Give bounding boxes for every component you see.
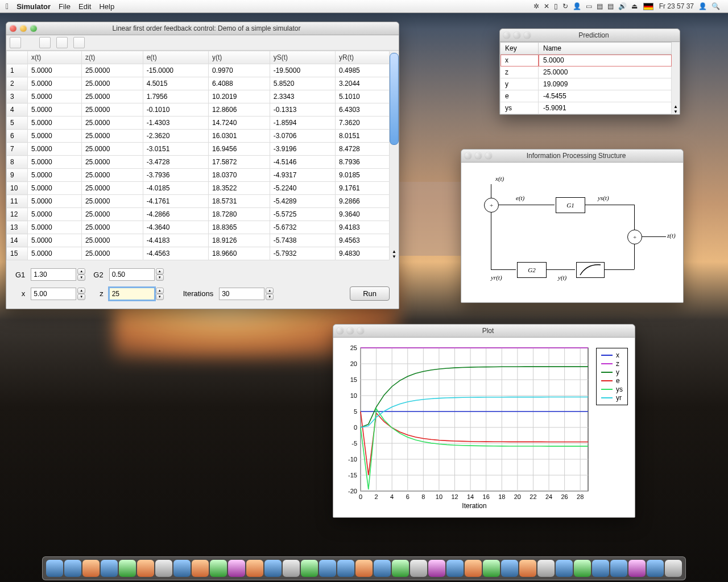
svg-text:20: 20 <box>514 493 521 500</box>
dock-item[interactable] <box>64 560 81 577</box>
dock-item[interactable] <box>119 560 136 577</box>
dock-item[interactable] <box>628 560 646 577</box>
scroll-arrow-down-icon[interactable]: ▼ <box>673 109 678 114</box>
dock-item[interactable] <box>82 560 100 577</box>
svg-text:12: 12 <box>451 493 458 500</box>
menuextra-icon[interactable]: ▯ <box>554 2 558 10</box>
menuextra-icon[interactable]: ✕ <box>544 2 549 10</box>
dock-item[interactable] <box>192 560 209 577</box>
menu-help[interactable]: Help <box>99 2 114 11</box>
user-icon[interactable]: 👤 <box>698 2 707 10</box>
dock-item[interactable] <box>246 560 263 577</box>
dock-item[interactable] <box>319 560 336 577</box>
zoom-icon[interactable] <box>524 32 531 39</box>
dock-item[interactable] <box>519 560 536 577</box>
dock-item[interactable] <box>428 560 445 577</box>
menu-edit[interactable]: Edit <box>78 2 91 11</box>
dock-item[interactable] <box>592 560 609 577</box>
plot-area[interactable]: 0246810121416182022242628-20-15-10-50510… <box>333 338 635 517</box>
dock-item[interactable] <box>173 560 191 577</box>
input-flag-de[interactable] <box>643 3 653 10</box>
app-name[interactable]: Simulator <box>16 2 51 11</box>
minimize-icon[interactable] <box>20 25 27 32</box>
titlebar[interactable]: Plot <box>333 325 635 338</box>
zoom-icon[interactable] <box>357 327 364 334</box>
dock-item[interactable] <box>137 560 154 577</box>
dock[interactable] <box>42 556 686 580</box>
svg-text:15: 15 <box>350 376 357 383</box>
menuextra-icon[interactable]: ▭ <box>586 2 592 10</box>
menubar:  Simulator File Edit Help ✲ ✕ ▯ ↻ 👤 ▭ ▤… <box>0 0 728 13</box>
svg-text:5: 5 <box>354 408 357 415</box>
scroll-arrow-up-icon[interactable]: ▲ <box>392 249 396 254</box>
close-icon[interactable] <box>337 327 344 334</box>
dock-item[interactable] <box>337 560 354 577</box>
dock-item[interactable] <box>228 560 245 577</box>
dock-item[interactable] <box>46 560 63 577</box>
menuextra-icon[interactable]: ▤ <box>607 2 614 10</box>
dock-item[interactable] <box>574 560 591 577</box>
export-icon[interactable] <box>73 37 85 48</box>
close-icon[interactable] <box>503 32 510 39</box>
dock-item[interactable] <box>647 560 664 577</box>
spotlight-icon[interactable]: 🔍 <box>712 2 720 10</box>
zoom-icon[interactable] <box>30 25 37 32</box>
titlebar[interactable]: Linear first order feedback control: Dem… <box>6 22 399 35</box>
svg-text:10: 10 <box>350 392 357 399</box>
z-stepper[interactable]: ▲▼ <box>109 288 166 300</box>
dock-item[interactable] <box>264 560 282 577</box>
dock-item[interactable] <box>483 560 500 577</box>
data-table[interactable]: x(t)z(t)e(t)y(t)yS(t)yR(t)15.000025.0000… <box>6 51 390 260</box>
scroll-arrow-down-icon[interactable]: ▼ <box>392 254 396 259</box>
minimize-icon[interactable] <box>347 327 354 334</box>
g1-block: G1 <box>556 197 585 213</box>
minimize-icon[interactable] <box>514 32 520 39</box>
g2-block: G2 <box>517 262 547 278</box>
menuextra-icon[interactable]: ▤ <box>597 2 603 10</box>
minimize-icon[interactable] <box>475 152 482 159</box>
close-icon[interactable] <box>10 25 16 32</box>
dock-item[interactable] <box>501 560 518 577</box>
g1-stepper[interactable]: ▲▼ <box>31 268 88 281</box>
g2-stepper[interactable]: ▲▼ <box>109 268 166 281</box>
dock-item[interactable] <box>210 560 227 577</box>
menuextra-icon[interactable]: ↻ <box>562 2 568 10</box>
svg-text:14: 14 <box>467 493 474 500</box>
scrollbar-thumb[interactable] <box>390 53 399 145</box>
iterations-stepper[interactable]: ▲▼ <box>219 288 276 300</box>
svg-text:26: 26 <box>561 493 568 500</box>
menuextra-icon[interactable]: ✲ <box>533 2 539 10</box>
close-icon[interactable] <box>465 152 471 159</box>
scroll-arrow-up-icon[interactable]: ▲ <box>673 104 678 109</box>
zoom-icon[interactable] <box>485 152 492 159</box>
apple-menu[interactable]:  <box>6 2 9 11</box>
menuextra-icon[interactable]: 👤 <box>573 2 581 10</box>
clock[interactable]: Fr 23 57 37 <box>659 2 694 10</box>
dock-item[interactable] <box>665 560 682 577</box>
dock-item[interactable] <box>610 560 627 577</box>
eject-icon[interactable]: ⏏ <box>631 2 638 10</box>
menu-file[interactable]: File <box>59 2 71 11</box>
dock-item[interactable] <box>101 560 118 577</box>
dock-item[interactable] <box>283 560 300 577</box>
dock-item[interactable] <box>465 560 482 577</box>
save-icon[interactable] <box>56 37 68 48</box>
dock-item[interactable] <box>374 560 391 577</box>
titlebar[interactable]: Information Processing Structure <box>461 149 683 163</box>
run-button[interactable]: Run <box>350 286 390 301</box>
dock-item[interactable] <box>301 560 318 577</box>
new-doc-icon[interactable] <box>10 37 21 48</box>
copy-icon[interactable] <box>39 37 51 48</box>
titlebar[interactable]: Prediction <box>500 29 680 42</box>
dock-item[interactable] <box>355 560 373 577</box>
ips-window: Information Processing Structure x(t) + … <box>461 149 684 303</box>
dock-item[interactable] <box>556 560 573 577</box>
dock-item[interactable] <box>392 560 409 577</box>
prediction-table[interactable]: KeyNamex5.0000z25.0000y19.0909e-4.5455ys… <box>500 42 672 114</box>
dock-item[interactable] <box>537 560 555 577</box>
dock-item[interactable] <box>155 560 172 577</box>
dock-item[interactable] <box>410 560 427 577</box>
volume-icon[interactable]: 🔊 <box>618 2 627 10</box>
dock-item[interactable] <box>446 560 464 577</box>
x-stepper[interactable]: ▲▼ <box>31 288 88 300</box>
